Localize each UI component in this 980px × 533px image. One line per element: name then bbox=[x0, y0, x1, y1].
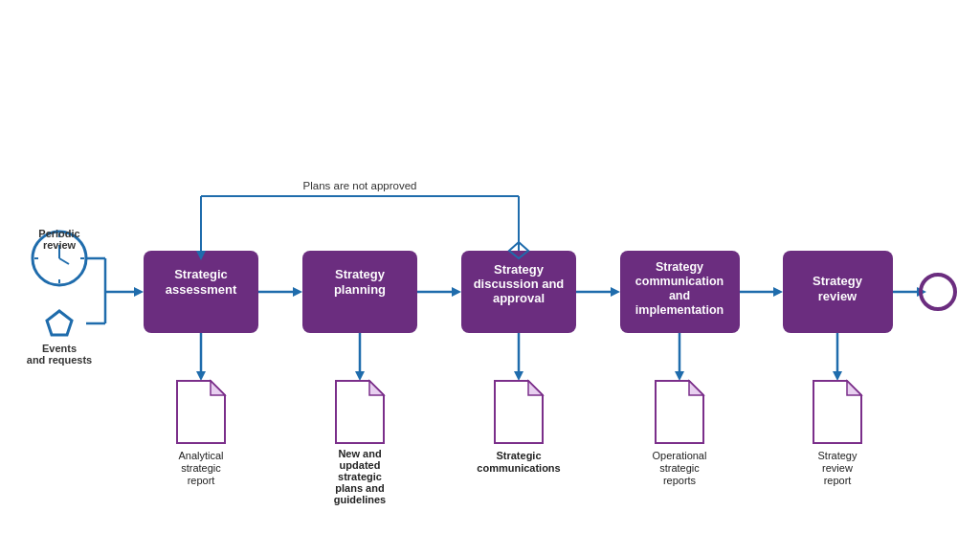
doc-label-3: Strategic bbox=[496, 450, 541, 461]
svg-text:Strategy: Strategy bbox=[813, 274, 863, 288]
svg-text:Strategy: Strategy bbox=[656, 260, 703, 274]
svg-text:Strategic: Strategic bbox=[174, 267, 228, 281]
events-label: Events bbox=[42, 343, 77, 354]
svg-text:implementation: implementation bbox=[635, 303, 724, 317]
svg-text:review: review bbox=[43, 239, 77, 251]
svg-text:discussion and: discussion and bbox=[474, 277, 565, 291]
svg-text:reports: reports bbox=[663, 475, 697, 486]
svg-text:communication: communication bbox=[635, 275, 724, 288]
svg-text:review: review bbox=[818, 289, 858, 303]
svg-text:approval: approval bbox=[493, 291, 545, 305]
doc-operational-strategic bbox=[656, 381, 703, 443]
svg-text:strategic: strategic bbox=[338, 471, 382, 482]
svg-text:assessment: assessment bbox=[166, 282, 237, 297]
svg-text:communications: communications bbox=[477, 462, 560, 474]
process-diagram: Periodic review Events and requests Stra… bbox=[0, 0, 980, 533]
svg-text:guidelines: guidelines bbox=[334, 494, 386, 505]
doc-label-5: Strategy bbox=[818, 450, 858, 461]
svg-text:plans and: plans and bbox=[335, 482, 384, 494]
svg-text:and requests: and requests bbox=[27, 354, 92, 366]
svg-text:planning: planning bbox=[334, 282, 386, 297]
doc-label-2: New and bbox=[338, 448, 381, 459]
doc-label-1: Analytical bbox=[178, 450, 223, 461]
plans-not-approved-label: Plans are not approved bbox=[303, 180, 417, 191]
svg-text:Strategy: Strategy bbox=[335, 267, 386, 281]
svg-text:report: report bbox=[824, 475, 852, 486]
doc-new-strategic-plans bbox=[336, 381, 384, 443]
periodic-review-label: Periodic bbox=[38, 228, 79, 239]
svg-text:updated: updated bbox=[340, 459, 381, 471]
svg-text:review: review bbox=[822, 462, 853, 474]
doc-analytical-strategic bbox=[177, 381, 225, 443]
doc-strategy-review-report bbox=[813, 381, 861, 443]
svg-text:Strategy: Strategy bbox=[494, 262, 545, 277]
diagram-container: Periodic review Events and requests Stra… bbox=[0, 0, 980, 533]
doc-strategic-communications bbox=[495, 381, 543, 443]
svg-text:strategic: strategic bbox=[659, 462, 700, 474]
doc-label-4: Operational bbox=[653, 450, 707, 461]
svg-text:strategic: strategic bbox=[181, 462, 221, 474]
svg-text:report: report bbox=[188, 475, 215, 486]
svg-text:and: and bbox=[669, 289, 690, 302]
